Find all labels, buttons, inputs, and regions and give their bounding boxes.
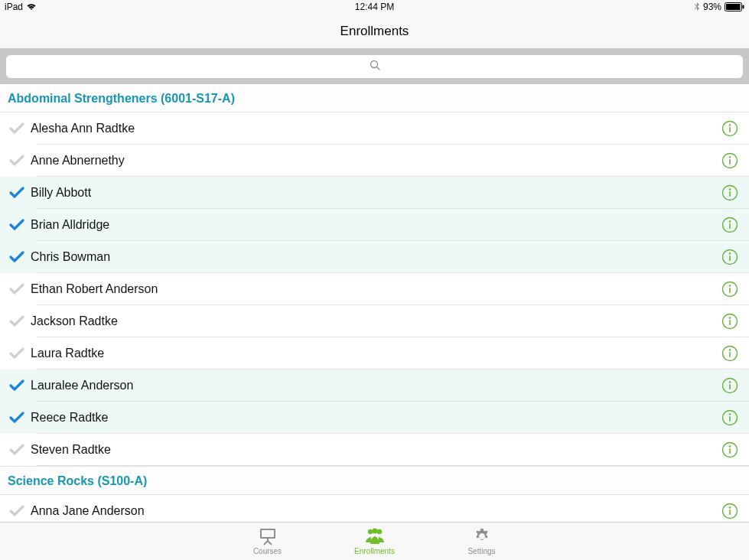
svg-rect-25 [729,320,731,325]
check-icon[interactable] [9,444,31,456]
status-left: iPad [5,2,37,12]
nav-bar: Enrollments [0,14,749,49]
check-icon[interactable] [9,315,31,327]
tab-settings[interactable]: Settings [451,527,513,555]
svg-point-21 [729,285,731,286]
gear-icon [473,527,491,545]
section-header: Science Rocks (S100-A) [0,466,749,495]
battery-percent: 93% [703,2,721,12]
page-title: Enrollments [340,24,409,39]
svg-point-30 [729,381,731,383]
tab-courses[interactable]: Courses [237,527,298,555]
info-button[interactable] [720,345,738,362]
svg-rect-16 [729,223,731,229]
svg-point-46 [367,529,372,534]
check-icon[interactable] [9,505,31,517]
svg-point-15 [729,220,731,222]
svg-line-4 [376,67,379,70]
svg-line-44 [264,541,268,545]
check-icon[interactable] [9,283,31,295]
student-name: Billy Abbott [31,186,720,200]
svg-rect-28 [729,352,731,357]
student-name: Reece Radtke [31,411,720,425]
check-icon[interactable] [9,251,31,263]
info-button[interactable] [720,503,738,519]
info-button[interactable] [720,377,738,394]
student-row[interactable]: Alesha Ann Radtke [0,112,749,145]
svg-rect-31 [729,384,731,389]
bluetooth-icon [694,2,700,11]
status-right: 93% [694,2,744,12]
student-row[interactable]: Chris Bowman [0,241,749,273]
student-name: Chris Bowman [31,250,720,264]
svg-rect-34 [729,416,731,422]
check-icon[interactable] [9,155,31,167]
info-button[interactable] [720,152,738,169]
svg-point-18 [729,252,731,254]
student-row[interactable]: Brian Alldridge [0,209,749,241]
svg-point-24 [729,317,731,318]
svg-point-6 [729,124,731,125]
student-name: Alesha Ann Radtke [31,122,720,135]
svg-point-49 [480,534,484,539]
battery-icon [725,2,744,11]
info-button[interactable] [720,313,738,330]
svg-rect-19 [729,256,731,261]
svg-point-48 [376,529,381,534]
check-icon[interactable] [9,219,31,231]
info-button[interactable] [720,281,738,298]
svg-point-47 [372,529,377,534]
check-icon[interactable] [9,122,31,135]
svg-rect-2 [743,5,744,9]
check-icon[interactable] [9,412,31,424]
info-button[interactable] [720,249,738,265]
info-button[interactable] [720,184,738,201]
info-button[interactable] [720,120,738,137]
svg-rect-10 [729,159,731,164]
svg-point-9 [729,156,731,158]
student-row[interactable]: Jackson Radtke [0,305,749,337]
info-button[interactable] [720,217,738,233]
student-name: Brian Alldridge [31,218,720,232]
tab-bar: Courses Enrollments Settings [0,522,749,560]
student-name: Ethan Robert Anderson [31,282,720,296]
search-icon [370,60,380,73]
student-row[interactable]: Anne Abnernethy [0,145,749,177]
tab-label: Courses [253,547,282,555]
student-row[interactable]: Steven Radtke [0,434,749,466]
svg-point-27 [729,349,731,350]
svg-rect-42 [262,530,274,537]
tab-label: Enrollments [354,547,395,555]
info-button[interactable] [720,409,738,426]
student-row[interactable]: Lauralee Anderson [0,370,749,402]
search-bar-container [0,49,749,84]
tab-label: Settings [467,547,495,555]
svg-point-12 [729,188,731,190]
student-row[interactable]: Laura Radtke [0,337,749,370]
check-icon[interactable] [9,187,31,199]
check-icon[interactable] [9,379,31,392]
search-input[interactable] [6,55,743,78]
status-time: 12:44 PM [355,2,394,12]
svg-rect-1 [726,4,741,10]
svg-point-39 [729,506,731,508]
student-name: Anne Abnernethy [31,154,720,168]
student-row[interactable]: Anna Jane Anderson [0,495,749,522]
student-name: Anna Jane Anderson [31,504,720,518]
tab-enrollments[interactable]: Enrollments [344,527,405,555]
easel-icon [258,527,278,545]
student-row[interactable]: Reece Radtke [0,402,749,434]
check-icon[interactable] [9,347,31,360]
enrollment-list[interactable]: Abdominal Strengtheners (6001-S17-A) Ale… [0,84,749,522]
people-icon [363,527,386,545]
student-name: Laura Radtke [31,347,720,360]
svg-point-33 [729,413,731,415]
info-button[interactable] [720,441,738,458]
student-row[interactable]: Billy Abbott [0,177,749,209]
svg-rect-13 [729,191,731,197]
svg-rect-7 [729,127,731,132]
section-header: Abdominal Strengtheners (6001-S17-A) [0,84,749,112]
student-name: Lauralee Anderson [31,379,720,392]
student-row[interactable]: Ethan Robert Anderson [0,273,749,305]
student-name: Jackson Radtke [31,314,720,328]
